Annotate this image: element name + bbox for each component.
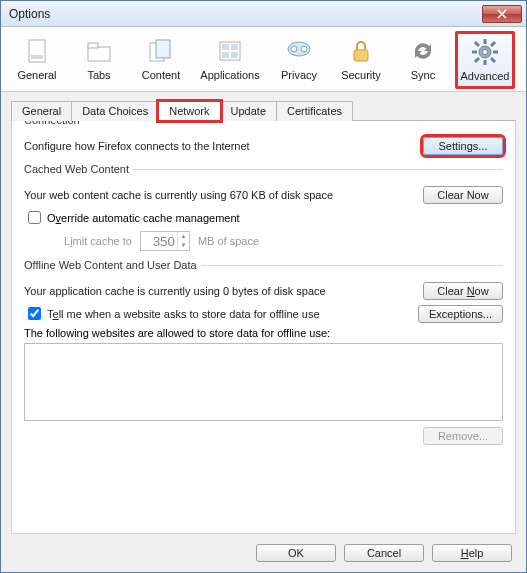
group-title: Connection xyxy=(24,121,84,126)
offline-site-listbox[interactable] xyxy=(24,343,503,421)
category-tabs[interactable]: Tabs xyxy=(69,31,129,89)
category-advanced[interactable]: Advanced xyxy=(455,31,515,89)
svg-point-13 xyxy=(301,46,307,52)
cache-group: Cached Web Content Your web content cach… xyxy=(24,169,503,265)
tell-me-checkbox[interactable] xyxy=(28,307,41,320)
category-label: Security xyxy=(341,69,381,81)
svg-point-12 xyxy=(291,46,297,52)
button-label: Clear Now xyxy=(437,285,488,297)
category-sync[interactable]: Sync xyxy=(393,31,453,89)
svg-line-21 xyxy=(491,58,495,62)
cache-desc: Your web content cache is currently usin… xyxy=(24,189,423,201)
category-label: General xyxy=(17,69,56,81)
category-applications[interactable]: Applications xyxy=(193,31,267,89)
window-title: Options xyxy=(9,7,482,21)
svg-rect-1 xyxy=(31,55,43,59)
general-icon xyxy=(21,35,53,67)
category-label: Privacy xyxy=(281,69,317,81)
applications-icon xyxy=(214,35,246,67)
options-window: Options General Tabs Content Application… xyxy=(0,0,527,573)
category-label: Sync xyxy=(411,69,435,81)
category-label: Advanced xyxy=(461,70,510,82)
close-icon xyxy=(497,9,507,19)
clear-now-offline-button[interactable]: Clear Now xyxy=(423,282,503,300)
svg-rect-10 xyxy=(231,52,238,58)
security-icon xyxy=(345,35,377,67)
exceptions-button[interactable]: Exceptions... xyxy=(418,305,503,323)
offline-list-label: The following websites are allowed to st… xyxy=(24,327,330,339)
subtab-update[interactable]: Update xyxy=(220,101,277,121)
privacy-icon xyxy=(283,35,315,67)
category-content[interactable]: Content xyxy=(131,31,191,89)
content-icon xyxy=(145,35,177,67)
close-button[interactable] xyxy=(482,5,522,23)
subtab-network[interactable]: Network xyxy=(158,101,220,121)
category-security[interactable]: Security xyxy=(331,31,391,89)
offline-desc: Your application cache is currently usin… xyxy=(24,285,423,297)
dialog-footer: OK Cancel Help xyxy=(1,534,526,572)
help-button[interactable]: Help xyxy=(432,544,512,562)
titlebar: Options xyxy=(1,1,526,27)
category-label: Applications xyxy=(200,69,259,81)
category-label: Content xyxy=(142,69,181,81)
limit-cache-label: Limit cache to xyxy=(64,235,132,247)
category-general[interactable]: General xyxy=(7,31,67,89)
category-label: Tabs xyxy=(87,69,110,81)
override-cache-label: Override automatic cache management xyxy=(47,212,240,224)
tell-me-label: Tell me when a website asks to store dat… xyxy=(47,308,418,320)
group-title: Offline Web Content and User Data xyxy=(24,259,201,271)
button-label: elp xyxy=(469,547,484,559)
clear-now-button[interactable]: Clear Now xyxy=(423,186,503,204)
button-label: H xyxy=(461,547,469,559)
limit-cache-unit: MB of space xyxy=(198,235,259,247)
group-title: Cached Web Content xyxy=(24,163,133,175)
svg-line-23 xyxy=(475,58,479,62)
ok-button[interactable]: OK xyxy=(256,544,336,562)
override-cache-checkbox[interactable] xyxy=(28,211,41,224)
sync-icon xyxy=(407,35,439,67)
svg-line-20 xyxy=(475,42,479,46)
cancel-button[interactable]: Cancel xyxy=(344,544,424,562)
svg-rect-9 xyxy=(222,52,229,58)
svg-rect-5 xyxy=(156,40,170,58)
svg-point-24 xyxy=(483,50,488,55)
tabs-icon xyxy=(83,35,115,67)
network-panel: Connection Configure how Firefox connect… xyxy=(11,121,516,534)
connection-desc: Configure how Firefox connects to the In… xyxy=(24,140,423,152)
svg-rect-3 xyxy=(88,43,98,48)
remove-button: Remove... xyxy=(423,427,503,445)
svg-rect-8 xyxy=(231,44,238,50)
button-label: Settings... xyxy=(439,140,488,152)
category-toolbar: General Tabs Content Applications Privac… xyxy=(1,27,526,92)
subtab-strip: General Data Choices Network Update Cert… xyxy=(11,100,516,121)
gear-icon xyxy=(469,36,501,68)
spin-down-icon[interactable]: ▼ xyxy=(177,241,189,250)
subtab-general[interactable]: General xyxy=(11,101,72,121)
settings-button[interactable]: Settings... xyxy=(423,137,503,155)
category-privacy[interactable]: Privacy xyxy=(269,31,329,89)
svg-line-22 xyxy=(491,42,495,46)
svg-rect-7 xyxy=(222,44,229,50)
offline-group: Offline Web Content and User Data Your a… xyxy=(24,265,503,459)
subtab-certificates[interactable]: Certificates xyxy=(276,101,353,121)
svg-rect-14 xyxy=(354,50,368,61)
svg-rect-2 xyxy=(88,47,110,61)
spin-up-icon[interactable]: ▲ xyxy=(177,232,189,241)
subtab-data-choices[interactable]: Data Choices xyxy=(71,101,159,121)
limit-cache-spinner[interactable]: ▲▼ xyxy=(140,231,190,251)
